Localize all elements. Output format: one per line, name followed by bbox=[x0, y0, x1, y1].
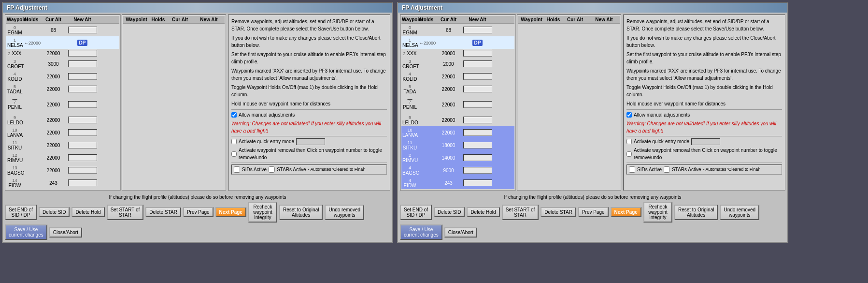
recheck-waypoint-button-2[interactable]: Recheckwaypointintegrity bbox=[643, 202, 672, 223]
warning-text-2: Warning: Changes are not validated! If y… bbox=[626, 120, 782, 134]
w2-new-alt-10[interactable] bbox=[463, 129, 492, 136]
warning-bottom-2: If changing the flight profile (altitude… bbox=[400, 194, 785, 200]
new-alt-input-14[interactable] bbox=[68, 179, 97, 186]
new-alt-input-3[interactable] bbox=[68, 60, 97, 67]
delete-star-button[interactable]: Delete STAR bbox=[145, 207, 181, 217]
close-abort-button-2[interactable]: Close/Abort bbox=[444, 227, 477, 238]
prev-page-button-2[interactable]: Prev Page bbox=[578, 207, 609, 217]
w2-new-alt-9[interactable] bbox=[463, 117, 492, 123]
table-header-4: Waypoint Holds Cur Alt New Alt bbox=[518, 16, 620, 24]
sids-active-checkbox-2[interactable] bbox=[629, 166, 635, 173]
delete-sid-button[interactable]: Delete SID bbox=[39, 207, 70, 217]
removal-row: Activate waypoint removal then Click on … bbox=[231, 147, 387, 161]
stars-active-checkbox[interactable] bbox=[269, 166, 275, 173]
automates-label-2: - Automates 'Cleared to Final' bbox=[703, 166, 760, 173]
th-waypoint: Waypoint bbox=[6, 16, 23, 23]
table-row: 1 NELSA ←22000 DP bbox=[401, 36, 514, 49]
buttons-row-1: Set END ofSID / DP Delete SID Delete Hol… bbox=[5, 202, 390, 240]
w2-new-alt-4[interactable] bbox=[463, 73, 492, 80]
table-row: 4 BAGSO 9000 bbox=[401, 164, 514, 177]
new-alt-input-12[interactable] bbox=[68, 154, 97, 161]
delete-hold-button[interactable]: Delete Hold bbox=[71, 207, 104, 217]
table-row: 2 RIMVU 14000 bbox=[401, 151, 514, 164]
bottom-panel-1: If changing the flight profile (altitude… bbox=[3, 193, 392, 242]
table-header-1: Waypoint Holds Cur Alt New Alt bbox=[6, 16, 119, 24]
fp-window-1: FP Adjustment Waypoint Holds Cur Alt New… bbox=[2, 2, 393, 243]
stars-active-label: STARs Active bbox=[277, 166, 306, 173]
buttons-row-2: Set END ofSID / DP Delete SID Delete Hol… bbox=[400, 202, 785, 240]
new-alt-input-9[interactable] bbox=[68, 117, 97, 123]
undo-removed-button-2[interactable]: Undo removedwaypoints bbox=[720, 205, 759, 220]
w2-new-alt-5[interactable] bbox=[463, 86, 492, 92]
info-text-w2-6: Hold mouse over waypoint name for distan… bbox=[626, 100, 782, 107]
table-row: 5 TADA 22000 bbox=[401, 83, 514, 95]
fp-window-2: FP Adjustment Waypoint Holds Cur Alt New… bbox=[397, 2, 788, 243]
stars-active-checkbox-2[interactable] bbox=[664, 166, 670, 173]
set-start-star-button[interactable]: Set START ofSTAR bbox=[107, 205, 144, 220]
undo-removed-button[interactable]: Undo removedwaypoints bbox=[325, 205, 364, 220]
new-alt-input-10[interactable] bbox=[68, 129, 97, 136]
table-row: 3 CROFT 2000 bbox=[401, 58, 514, 70]
delete-sid-button-2[interactable]: Delete SID bbox=[434, 207, 465, 217]
info-text-3: Set the first waypoint to your cruise al… bbox=[231, 51, 387, 65]
new-alt-input-5[interactable] bbox=[68, 86, 97, 92]
table-header-3: Waypoint Holds Cur Alt New Alt bbox=[401, 16, 514, 24]
table-row: 1 NELSA ←22000 DP bbox=[6, 36, 119, 49]
bottom-panel-2: If changing the flight profile (altitude… bbox=[398, 193, 787, 242]
info-panel-1: Remove waypoints, adjust altitudes, set … bbox=[228, 15, 390, 191]
sids-active-checkbox[interactable] bbox=[234, 166, 240, 173]
table-row: 12 RIMVU 22000 bbox=[6, 151, 119, 164]
table-panel-4: Waypoint Holds Cur Alt New Alt bbox=[517, 15, 621, 191]
prev-page-button[interactable]: Prev Page bbox=[183, 207, 213, 217]
info-text-w2-4: Waypoints marked 'XXX' are inserted by P… bbox=[626, 67, 782, 82]
save-use-button-1[interactable]: Save / Usecurrent changes bbox=[5, 224, 47, 240]
removal-checkbox-2[interactable] bbox=[626, 151, 632, 157]
new-alt-input-0[interactable] bbox=[68, 27, 97, 33]
close-abort-button-1[interactable]: Close/Abort bbox=[49, 227, 82, 238]
delete-star-button-2[interactable]: Delete STAR bbox=[541, 207, 576, 217]
w2-new-alt-11[interactable] bbox=[463, 142, 492, 149]
save-use-button-2[interactable]: Save / Usecurrent changes bbox=[400, 224, 442, 240]
allow-manual-row-2: Allow manual adjustments bbox=[626, 111, 782, 119]
left-panel-1: Waypoint Holds Cur Alt New Alt 0 EGNM 68 bbox=[5, 15, 226, 191]
table-row: 9 LELDO 22000 bbox=[6, 114, 119, 126]
w2-new-alt-7[interactable] bbox=[463, 101, 492, 108]
new-alt-input-2[interactable] bbox=[68, 50, 97, 57]
w2-new-alt-2[interactable] bbox=[463, 50, 492, 57]
w2-new-alt-14[interactable] bbox=[463, 179, 492, 186]
info-text-1: Remove waypoints, adjust altitudes, set … bbox=[231, 18, 387, 32]
new-alt-input-13[interactable] bbox=[68, 167, 97, 174]
w2-new-alt-0[interactable] bbox=[463, 27, 492, 33]
info-text-w2-2: If you do not wish to make any changes p… bbox=[626, 34, 782, 49]
new-alt-input-4[interactable] bbox=[68, 73, 97, 80]
new-alt-input-11[interactable] bbox=[68, 142, 97, 149]
set-end-sid-dp-button[interactable]: Set END ofSID / DP bbox=[5, 205, 37, 220]
th2-waypoint: Waypoint bbox=[123, 16, 150, 23]
set-end-sid-dp-button-2[interactable]: Set END ofSID / DP bbox=[400, 205, 432, 220]
w2-new-alt-13[interactable] bbox=[463, 167, 492, 174]
next-page-button-1[interactable]: Next Page bbox=[215, 207, 246, 217]
delete-hold-button-2[interactable]: Delete Hold bbox=[467, 207, 499, 217]
w2-new-alt-12[interactable] bbox=[463, 154, 492, 161]
th-holds: Holds bbox=[23, 16, 40, 23]
reset-original-button-2[interactable]: Reset to OriginalAltitudes bbox=[674, 205, 718, 220]
table-section-2: Waypoint Holds Cur Alt New Alt 0 EGNM 68 bbox=[400, 15, 621, 191]
stars-active-label-2: STARs Active bbox=[672, 166, 701, 173]
table-row: 11 SITKU 22000 bbox=[6, 139, 119, 151]
reset-original-button[interactable]: Reset to OriginalAltitudes bbox=[279, 205, 323, 220]
quick-entry-checkbox[interactable] bbox=[231, 139, 237, 144]
w2-new-alt-3[interactable] bbox=[463, 60, 492, 67]
set-start-star-button-2[interactable]: Set START ofSTAR bbox=[502, 205, 539, 220]
allow-manual-checkbox[interactable] bbox=[231, 112, 237, 118]
table-row: 10 LANVA 22000 bbox=[6, 126, 119, 139]
table-row: 13 BAGSO 22000 bbox=[6, 164, 119, 177]
next-page-button-2[interactable]: Next Page bbox=[611, 207, 641, 217]
recheck-waypoint-button[interactable]: Recheckwaypointintegrity bbox=[248, 202, 277, 223]
quick-entry-checkbox-2[interactable] bbox=[626, 139, 632, 144]
sids-stars-row-2: SIDs Active STARs Active - Automates 'Cl… bbox=[626, 164, 782, 175]
info-text-6: Hold mouse over waypoint name for distan… bbox=[231, 100, 387, 107]
new-alt-input-7[interactable] bbox=[68, 101, 97, 108]
allow-manual-row: Allow manual adjustments bbox=[231, 111, 387, 119]
allow-manual-checkbox-2[interactable] bbox=[626, 112, 632, 118]
removal-checkbox[interactable] bbox=[231, 151, 237, 157]
